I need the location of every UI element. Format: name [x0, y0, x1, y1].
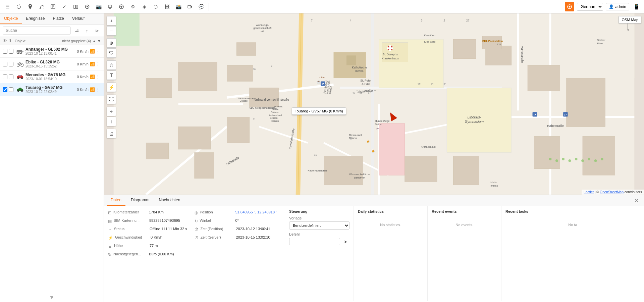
text-btn[interactable]: T [107, 70, 116, 80]
device-menu-2[interactable]: ⋮ [95, 74, 101, 80]
device-row-3[interactable]: Touareg - GV57 MG 2023-10-12 22:02:49 0 … [0, 83, 104, 96]
tab-daten[interactable]: Daten [107, 195, 125, 206]
device-menu-3[interactable]: ⋮ [95, 87, 101, 92]
language-select[interactable]: German English [577, 3, 603, 11]
map-type-button[interactable]: OSM Map [619, 16, 641, 23]
svg-text:P: P [534, 113, 536, 116]
video-icon[interactable] [185, 2, 195, 11]
zoom-in-button[interactable]: + [107, 16, 116, 26]
time-server-value: 2023-10-15 13:02:10 [236, 235, 270, 239]
collapse-arrow[interactable]: ▲ [92, 39, 96, 43]
collapse-button[interactable]: ▼ [49, 295, 55, 301]
position-value[interactable]: 51.840955 °, 12.240918 ° [235, 210, 277, 214]
svg-rect-55 [567, 78, 605, 127]
search-map-icon[interactable] [37, 2, 46, 11]
device-check-3b[interactable] [9, 87, 13, 92]
menu-icon[interactable]: ☰ [3, 2, 12, 11]
search-input[interactable] [3, 27, 71, 35]
recent-tasks-section: Recent tasks No ta [501, 206, 644, 301]
tab-ereignisse[interactable]: Ereignisse [22, 13, 49, 24]
direction-icon[interactable]: ⬆ [8, 38, 12, 43]
device-row-1[interactable]: Ebike - GL320 MG 2023-10-15 15:15:52 0 K… [0, 58, 104, 70]
map-canvas: Teichstraße → Kavalleriestraße Rabestraß… [104, 13, 644, 195]
device-info-1: Ebike - GL320 MG 2023-10-15 15:15:52 [25, 60, 75, 68]
image2-icon[interactable]: 🖼 [162, 2, 172, 11]
expand-arrow[interactable]: ▼ [97, 39, 101, 43]
data-row-nearest: ↻ Nächstgelegen... Büro (0.00 Km) [108, 251, 195, 258]
north-button[interactable]: ⊕ [107, 38, 116, 48]
osm-link[interactable]: OpenStreetMap [600, 190, 624, 194]
zoom-out-button[interactable]: − [107, 26, 116, 36]
camera2-icon[interactable]: 📷 [94, 2, 103, 11]
share-icon[interactable]: ↑ [83, 27, 91, 35]
tab-objekte[interactable]: Objekte [0, 13, 22, 24]
vorlage-select[interactable]: Benutzerdefiniert [289, 221, 350, 230]
transfer-icon[interactable]: ⇄ [73, 27, 81, 35]
settings2-icon[interactable]: ⚙ [128, 2, 138, 11]
svg-text:67: 67 [368, 91, 371, 94]
replay-icon[interactable] [14, 2, 23, 11]
device-check-1b[interactable] [9, 62, 13, 66]
svg-text:Roßlau: Roßlau [271, 120, 279, 122]
angle-icon: ↻ [195, 219, 198, 223]
screenshot-icon[interactable]: 📸 [174, 2, 183, 11]
svg-text:7: 7 [311, 19, 313, 22]
admin-button[interactable]: 👤 admin [606, 3, 629, 10]
svg-text:St. Peter: St. Peter [360, 79, 372, 82]
book-icon[interactable] [71, 2, 80, 11]
befehl-input[interactable] [289, 238, 340, 245]
svg-rect-17 [22, 51, 23, 52]
filter-icon[interactable]: ⊳ [93, 27, 101, 35]
altitude-label: Höhe [114, 244, 148, 248]
device-check-2b[interactable] [9, 74, 13, 79]
svg-rect-49 [324, 156, 363, 185]
target-btn[interactable]: ⌖ [107, 107, 116, 116]
device-check-3[interactable] [3, 87, 7, 92]
svg-text:Seniorenresidenz: Seniorenresidenz [238, 97, 256, 100]
eye-icon[interactable]: 👁 [3, 38, 7, 43]
leaflet-link[interactable]: Leaflet [584, 190, 594, 194]
device-row-2[interactable]: Mercedes - GV75 MG 2023-10-01 18:54:10 0… [0, 70, 104, 83]
device-check-1[interactable] [3, 62, 7, 66]
svg-rect-48 [195, 153, 214, 179]
svg-text:Grünen: Grünen [271, 111, 278, 113]
fullscreen-btn[interactable]: ⛶ [107, 95, 116, 104]
shapes2-icon[interactable]: ◈ [140, 2, 149, 11]
maintenance-icon[interactable] [117, 2, 126, 11]
tab-verlauf[interactable]: Verlauf [68, 13, 89, 24]
steuerung-section: Steuerung Vorlage Benutzerdefiniert Befe… [285, 206, 354, 301]
chat-icon[interactable]: 💬 [197, 2, 206, 11]
tab-diagramm[interactable]: Diagramm [127, 195, 153, 206]
device-check-0b[interactable] [9, 49, 13, 54]
device-check-2[interactable] [3, 74, 7, 79]
speed-icon: ⚡ [108, 236, 113, 240]
report-icon[interactable] [48, 2, 58, 11]
svg-point-26 [17, 90, 19, 92]
tab-nachrichten[interactable]: Nachrichten [155, 195, 184, 206]
shield-btn[interactable]: 🛡 [107, 48, 116, 58]
device-check-0[interactable] [3, 49, 7, 54]
gps-active-icon[interactable] [565, 2, 574, 11]
device-menu-1[interactable]: ⋮ [95, 61, 101, 67]
print-btn[interactable]: 🖨 [107, 129, 116, 138]
flash-btn[interactable]: ⚡ [107, 83, 116, 92]
tab-plaetze[interactable]: Plätze [49, 13, 68, 24]
svg-text:🍺: 🍺 [371, 149, 375, 153]
device-row-0[interactable]: ▣▣▣ Anhänger - GL502 MG 2023-10-12 13:00… [0, 45, 104, 58]
close-bottom-button[interactable]: ✕ [632, 196, 641, 205]
layers2-icon[interactable] [105, 2, 115, 11]
map-area[interactable]: Teichstraße → Kavalleriestraße Rabestraß… [104, 13, 644, 195]
check-icon[interactable]: ✓ [60, 2, 69, 11]
star-btn[interactable]: ☆ [107, 60, 116, 70]
svg-point-61 [562, 158, 565, 160]
time-server-icon: ⏱ [195, 236, 199, 240]
svg-text:DHL Packstation: DHL Packstation [482, 40, 503, 43]
pois-icon[interactable] [83, 2, 92, 11]
geofence-icon[interactable] [25, 2, 35, 11]
device-menu-0[interactable]: ⋮ [95, 49, 101, 54]
arrow-btn[interactable]: ↑ [107, 117, 116, 126]
database2-icon[interactable]: ⬡ [151, 2, 160, 11]
recent-events-no-data: No events. [432, 223, 497, 227]
mobile-icon[interactable]: 📱 [632, 2, 641, 11]
befehl-send-button[interactable]: ➤ [341, 238, 350, 246]
